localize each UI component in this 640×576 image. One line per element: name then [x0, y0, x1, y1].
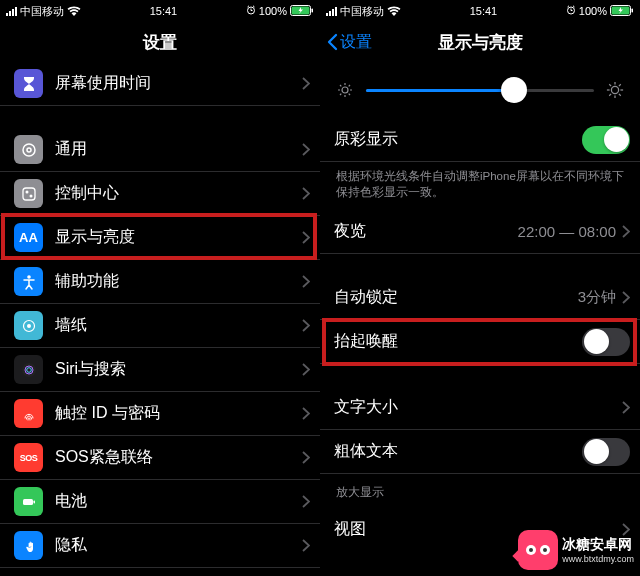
svg-line-35 — [609, 84, 611, 86]
switches-icon — [14, 179, 43, 208]
siri-icon — [14, 355, 43, 384]
svg-rect-16 — [33, 500, 35, 503]
settings-list: 屏幕使用时间 通用 控制中心 AA 显示与亮度 辅助功能 — [0, 62, 320, 568]
svg-point-11 — [27, 324, 31, 328]
chevron-right-icon — [302, 451, 310, 464]
text-size-icon: AA — [14, 223, 43, 252]
status-time: 15:41 — [470, 5, 498, 17]
true-tone-toggle[interactable] — [582, 126, 630, 154]
settings-screen: 中国移动 15:41 100% 设置 屏幕使用时间 通用 — [0, 0, 320, 576]
svg-point-12 — [22, 363, 36, 377]
chevron-right-icon — [622, 291, 630, 304]
back-button[interactable]: 设置 — [326, 32, 372, 53]
svg-point-8 — [29, 194, 32, 197]
chevron-right-icon — [302, 187, 310, 200]
page-title: 设置 — [143, 31, 177, 54]
battery-icon — [290, 5, 314, 18]
svg-line-26 — [340, 85, 341, 86]
chevron-right-icon — [302, 407, 310, 420]
battery-percent: 100% — [259, 5, 287, 17]
row-wallpaper[interactable]: 墙纸 — [0, 304, 320, 348]
hourglass-icon — [14, 69, 43, 98]
svg-point-21 — [342, 87, 348, 93]
svg-rect-15 — [23, 499, 33, 505]
true-tone-description: 根据环境光线条件自动调整iPhone屏幕以在不同环境下保持色彩显示一致。 — [320, 162, 640, 210]
brightness-slider[interactable] — [366, 76, 594, 104]
row-display-brightness[interactable]: AA 显示与亮度 — [0, 216, 320, 260]
watermark-text: 冰糖安卓网 — [562, 536, 634, 554]
chevron-right-icon — [622, 225, 630, 238]
row-night-shift[interactable]: 夜览 22:00 — 08:00 — [320, 210, 640, 254]
zoom-section-header: 放大显示 — [320, 474, 640, 507]
svg-line-38 — [619, 84, 621, 86]
row-sos[interactable]: SOS SOS紧急联络 — [0, 436, 320, 480]
watermark-url: www.btxtdmy.com — [562, 554, 634, 564]
chevron-right-icon — [302, 363, 310, 376]
hand-icon — [14, 531, 43, 560]
nav-bar-display: 设置 显示与亮度 — [320, 22, 640, 62]
row-text-size[interactable]: 文字大小 — [320, 386, 640, 430]
wallpaper-icon — [14, 311, 43, 340]
battery-row-icon — [14, 487, 43, 516]
chevron-right-icon — [302, 319, 310, 332]
row-control-center[interactable]: 控制中心 — [0, 172, 320, 216]
chevron-right-icon — [302, 231, 310, 244]
row-screen-time[interactable]: 屏幕使用时间 — [0, 62, 320, 106]
row-bold-text: 粗体文本 — [320, 430, 640, 474]
nav-bar-settings: 设置 — [0, 22, 320, 62]
sun-small-icon — [336, 81, 354, 99]
watermark-logo-icon — [518, 530, 558, 570]
svg-rect-20 — [631, 8, 633, 12]
row-battery[interactable]: 电池 — [0, 480, 320, 524]
carrier-label: 中国移动 — [340, 4, 384, 19]
alarm-icon — [246, 5, 256, 17]
row-touchid[interactable]: 触控 ID 与密码 — [0, 392, 320, 436]
wifi-icon — [387, 6, 401, 16]
sos-icon: SOS — [14, 443, 43, 472]
chevron-right-icon — [302, 77, 310, 90]
alarm-icon — [566, 5, 576, 17]
svg-line-36 — [619, 94, 621, 96]
row-accessibility[interactable]: 辅助功能 — [0, 260, 320, 304]
row-privacy[interactable]: 隐私 — [0, 524, 320, 568]
svg-rect-3 — [311, 8, 313, 12]
row-true-tone: 原彩显示 — [320, 118, 640, 162]
watermark: 冰糖安卓网 www.btxtdmy.com — [518, 530, 634, 570]
signal-icon — [326, 6, 337, 16]
svg-point-9 — [27, 275, 31, 279]
wifi-icon — [67, 6, 81, 16]
signal-icon — [6, 6, 17, 16]
svg-line-28 — [340, 94, 341, 95]
svg-point-5 — [27, 148, 31, 152]
carrier-label: 中国移动 — [20, 4, 64, 19]
raise-to-wake-toggle[interactable] — [582, 328, 630, 356]
row-siri[interactable]: Siri与搜索 — [0, 348, 320, 392]
bold-text-toggle[interactable] — [582, 438, 630, 466]
chevron-right-icon — [302, 495, 310, 508]
page-title: 显示与亮度 — [438, 31, 523, 54]
status-bar: 中国移动 15:41 100% — [320, 0, 640, 22]
chevron-right-icon — [622, 401, 630, 414]
sun-large-icon — [606, 81, 624, 99]
battery-percent: 100% — [579, 5, 607, 17]
svg-line-27 — [349, 94, 350, 95]
chevron-right-icon — [302, 539, 310, 552]
brightness-slider-row — [320, 62, 640, 118]
status-bar: 中国移动 15:41 100% — [0, 0, 320, 22]
svg-point-4 — [23, 144, 35, 156]
gear-icon — [14, 135, 43, 164]
chevron-right-icon — [302, 143, 310, 156]
row-raise-to-wake: 抬起唤醒 — [320, 320, 640, 364]
svg-line-37 — [609, 94, 611, 96]
battery-icon — [610, 5, 634, 18]
status-time: 15:41 — [150, 5, 178, 17]
row-auto-lock[interactable]: 自动锁定 3分钟 — [320, 276, 640, 320]
fingerprint-icon — [14, 399, 43, 428]
svg-line-29 — [349, 85, 350, 86]
row-general[interactable]: 通用 — [0, 128, 320, 172]
chevron-right-icon — [302, 275, 310, 288]
svg-rect-6 — [23, 188, 35, 200]
svg-point-30 — [611, 86, 618, 93]
accessibility-icon — [14, 267, 43, 296]
display-brightness-screen: 中国移动 15:41 100% 设置 显示与亮度 — [320, 0, 640, 576]
